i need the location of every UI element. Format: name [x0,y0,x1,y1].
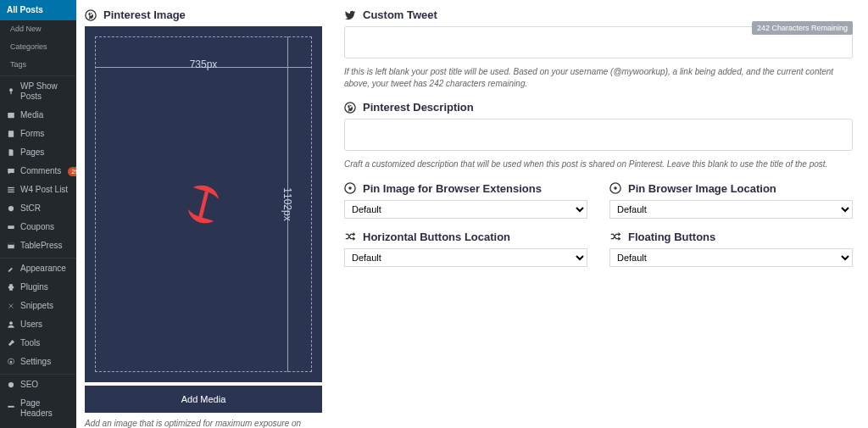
sidebar-item-wp-show-posts[interactable]: WP Show Posts [0,75,76,106]
sidebar-label: Tags [10,60,26,69]
sidebar-label: Page Headers [20,398,70,419]
sidebar-item-plugins[interactable]: Plugins [0,278,76,297]
svg-point-13 [8,382,14,387]
settings-icon [7,358,15,366]
characters-remaining-badge: 242 Characters Remaining [752,21,853,35]
pin-ext-select[interactable]: Default [344,200,587,219]
section-label: Horizontal Buttons Location [363,231,510,243]
comments-icon [7,167,15,175]
pin-loc-title: Pin Browser Image Location [609,182,853,195]
sidebar-item-page-headers[interactable]: Page Headers [0,394,76,423]
section-label: Pinterest Image [103,8,186,21]
sidebar-item-pretty-links[interactable]: Pretty Links [0,423,76,428]
sidebar-item-coupons[interactable]: Coupons [0,218,76,236]
add-media-button[interactable]: Add Media [85,386,322,413]
sidebar-item-categories[interactable]: Categories [0,38,76,56]
svg-rect-3 [8,131,14,138]
fbtn-title: Floating Buttons [609,231,853,243]
sidebar-item-tags[interactable]: Tags [0,56,76,74]
svg-point-11 [9,322,13,325]
hbtn-select[interactable]: Default [344,248,587,267]
button-label: Add Media [181,394,226,404]
pinterest-icon [609,182,621,194]
sidebar-label: Users [20,320,42,330]
sidebar-label: Plugins [20,282,48,292]
main-content: Pinterest Image 735px 1102px Add Media A… [76,0,868,428]
sidebar-item-tablepress[interactable]: TablePress [0,236,76,255]
sidebar-item-settings[interactable]: Settings [0,353,76,371]
pin-icon [7,87,15,96]
pinterest-icon [344,182,356,194]
sidebar-label: Coupons [20,222,54,232]
sidebar-item-seo[interactable]: SEO [0,374,76,394]
snippets-icon [7,302,15,310]
seo-icon [7,381,15,389]
sidebar-label: Categories [10,42,47,52]
svg-point-12 [10,361,13,364]
coupons-icon [7,223,15,231]
sidebar-item-appearance[interactable]: Appearance [0,258,76,278]
sidebar-label: TablePress [20,241,62,251]
pin-ext-title: Pin Image for Browser Extensions [344,182,587,195]
svg-rect-2 [8,113,14,118]
shuffle-icon [344,231,356,242]
svg-point-24 [614,186,617,190]
sidebar-label: Settings [20,357,51,367]
width-label: 735px [190,58,218,70]
svg-rect-1 [10,92,11,95]
sidebar-label: StCR [20,203,41,214]
svg-rect-10 [8,243,14,245]
svg-point-20 [345,102,355,112]
svg-point-22 [348,186,352,190]
svg-rect-6 [8,192,14,192]
svg-rect-8 [8,226,14,230]
section-label: Pin Image for Browser Extensions [363,182,542,195]
twitter-icon [344,9,356,21]
custom-tweet-help: If this is left blank your post title wi… [344,66,853,89]
pinterest-desc-help: Craft a customized description that will… [344,158,853,170]
sidebar-item-w4-post-list[interactable]: W4 Post List [0,181,76,199]
sidebar-item-stcr[interactable]: StCR [0,199,76,218]
pinterest-desc-title: Pinterest Description [344,101,853,114]
users-icon [7,320,15,329]
pinterest-image-title: Pinterest Image [85,8,322,21]
section-label: Floating Buttons [628,231,715,243]
sidebar-label: SEO [20,380,38,390]
height-label: 1102px [281,187,292,220]
sidebar-item-comments[interactable]: Comments290 [0,162,76,181]
preview-bounds [95,36,312,372]
comments-count-badge: 290 [68,167,76,176]
appearance-icon [7,264,15,273]
sidebar-item-tools[interactable]: Tools [0,334,76,353]
svg-point-19 [86,9,96,19]
sidebar-label: WP Show Posts [20,81,70,102]
pages-icon [7,148,15,157]
sidebar-label: Media [20,110,43,120]
sidebar-label: All Posts [7,5,43,15]
custom-tweet-title: Custom Tweet [344,8,853,21]
admin-sidebar: All Posts Add New Categories Tags WP Sho… [0,0,76,428]
sidebar-label: Tools [20,338,40,348]
svg-rect-4 [8,187,14,188]
sidebar-item-forms[interactable]: Forms [0,125,76,143]
sidebar-item-all-posts[interactable]: All Posts [0,0,76,20]
sidebar-item-media[interactable]: Media [0,106,76,125]
fbtn-select[interactable]: Default [609,248,853,267]
sidebar-label: Appearance [20,264,66,274]
svg-rect-5 [8,190,14,191]
sidebar-item-add-new[interactable]: Add New [0,20,76,38]
sidebar-item-snippets[interactable]: Snippets [0,297,76,315]
sidebar-label: Pages [20,147,44,158]
pinterest-desc-input[interactable] [344,119,853,151]
pin-loc-select[interactable]: Default [609,200,853,219]
sidebar-label: Forms [20,129,44,139]
pinterest-icon [344,102,356,114]
tools-icon [7,339,15,347]
pinterest-image-help: Add an image that is optimized for maxim… [85,418,322,428]
table-icon [7,242,15,250]
sidebar-item-users[interactable]: Users [0,315,76,334]
sidebar-item-pages[interactable]: Pages [0,143,76,162]
sidebar-label: Add New [10,25,42,34]
pinterest-icon [85,9,97,21]
pinterest-image-preview[interactable]: 735px 1102px [85,26,322,382]
